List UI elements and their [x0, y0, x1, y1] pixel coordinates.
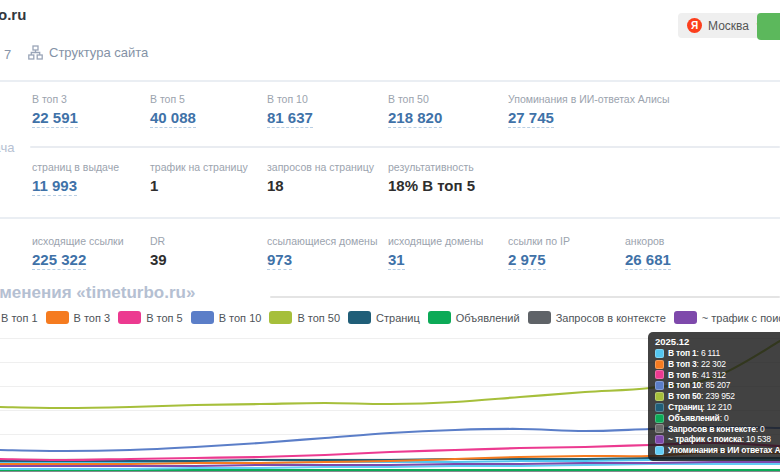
nav-site-structure-label: Структура сайта [49, 45, 148, 60]
stat-anchors: анкоров 26 681 [625, 235, 741, 268]
stat-label: трафик на страницу [150, 161, 266, 173]
stat-value-link[interactable]: 2 975 [508, 251, 624, 268]
yandex-icon: Я [687, 18, 702, 33]
stat-value-link[interactable]: 26 681 [625, 251, 741, 268]
tooltip-swatch [655, 349, 664, 358]
tooltip-row: Упоминания в ИИ ответах Алисы: 25 1 [655, 445, 780, 456]
chart-tooltip: 2025.12 В топ 1: 6 111 В топ 3: 22 302 В… [648, 332, 780, 461]
stat-traffic-per-page: трафик на страницу 1 [150, 161, 266, 194]
legend-swatch [191, 311, 214, 324]
stat-label: результативность [388, 161, 548, 173]
section-title-changes: Изменения «timeturbo.ru» [0, 283, 195, 303]
region-label: Москва [708, 19, 749, 33]
stat-links-by-ip: ссылки по IP 2 975 [508, 235, 624, 268]
tooltip-row: Страниц: 12 210 [655, 402, 780, 413]
tooltip-row: В топ 5: 41 312 [655, 370, 780, 381]
stat-label: исходящие ссылки [32, 235, 148, 247]
stat-label: исходящие домены [388, 235, 504, 247]
legend-swatch [269, 311, 292, 324]
primary-action-button[interactable] [757, 13, 780, 40]
stat-label: страниц в выдаче [32, 161, 148, 173]
section-title-serp: Выдача [0, 140, 15, 155]
tooltip-swatch [655, 360, 664, 369]
stat-top3: В топ 3 22 591 [32, 93, 148, 126]
stat-outgoing-links: исходящие ссылки 225 322 [32, 235, 148, 268]
legend-item-ads[interactable]: Объявлений [428, 311, 520, 324]
tooltip-date: 2025.12 [655, 336, 780, 348]
stat-value-link[interactable]: 218 820 [388, 109, 504, 126]
tooltip-swatch [655, 392, 664, 401]
legend-item-top3[interactable]: В топ 3 [46, 311, 111, 324]
tooltip-swatch [655, 446, 664, 455]
stat-top50: В топ 50 218 820 [388, 93, 504, 126]
stat-top10: В топ 10 81 637 [267, 93, 383, 126]
tooltip-swatch [655, 403, 664, 412]
stat-value-link[interactable]: 973 [267, 251, 383, 268]
stat-value: 18% В топ 5 [388, 177, 548, 194]
stat-label: В топ 5 [150, 93, 266, 105]
tooltip-row: В топ 10: 85 207 [655, 380, 780, 391]
legend-item-top50[interactable]: В топ 50 [269, 311, 340, 324]
stat-label: В топ 3 [32, 93, 148, 105]
stat-dr: DR 39 [150, 235, 266, 268]
stat-label: DR [150, 235, 266, 247]
stat-value: 18 [267, 177, 383, 194]
stat-pages-in-serp: страниц в выдаче 11 993 [32, 161, 148, 194]
tooltip-swatch [655, 381, 664, 390]
legend-item-top1[interactable]: В топ 1 [0, 311, 38, 324]
legend-item-top5[interactable]: В топ 5 [118, 311, 183, 324]
tooltip-swatch [655, 414, 664, 423]
stat-value: 39 [150, 251, 266, 268]
legend-swatch [428, 311, 451, 324]
stat-top5: В топ 5 40 088 [150, 93, 266, 126]
stat-value-link[interactable]: 225 322 [32, 251, 148, 268]
stat-value: 1 [150, 177, 266, 194]
divider [0, 217, 780, 219]
stat-value-link[interactable]: 81 637 [267, 109, 383, 126]
tooltip-swatch [655, 435, 664, 444]
nav-left-fragment[interactable]: 7 [4, 47, 11, 62]
legend-swatch [348, 311, 371, 324]
stat-value-link[interactable]: 40 088 [150, 109, 266, 126]
tooltip-swatch [655, 424, 664, 433]
section-line [270, 296, 780, 298]
stat-alice-mentions: Упоминания в ИИ-ответах Алисы 27 745 [508, 93, 708, 126]
legend-swatch [674, 311, 697, 324]
tooltip-row: ~ трафик с поиска: 10 538 [655, 434, 780, 445]
legend-item-context-queries[interactable]: Запросов в контексте [528, 311, 666, 324]
stat-value-link[interactable]: 11 993 [32, 177, 148, 194]
tooltip-row: Запросов в контексте: 0 [655, 424, 780, 435]
legend-swatch [528, 311, 551, 324]
stat-value-link[interactable]: 27 745 [508, 109, 708, 126]
stat-label: В топ 10 [267, 93, 383, 105]
legend-item-search-traffic[interactable]: ~ трафик с поиска [674, 311, 780, 324]
stat-effectiveness: результативность 18% В топ 5 [388, 161, 548, 194]
tooltip-row: Объявлений: 0 [655, 413, 780, 424]
stat-label: В топ 50 [388, 93, 504, 105]
stat-value-link[interactable]: 31 [388, 251, 504, 268]
tooltip-row: В топ 50: 239 952 [655, 391, 780, 402]
stat-label: ссылки по IP [508, 235, 624, 247]
chart-legend: В топ 1 В топ 3 В топ 5 В топ 10 В топ 5… [0, 311, 780, 324]
divider [0, 80, 780, 82]
tooltip-row: В топ 3: 22 302 [655, 359, 780, 370]
stat-outgoing-domains: исходящие домены 31 [388, 235, 504, 268]
legend-item-top10[interactable]: В топ 10 [191, 311, 262, 324]
tooltip-row: В топ 1: 6 111 [655, 348, 780, 359]
stat-label: Упоминания в ИИ-ответах Алисы [508, 93, 708, 105]
section-line [30, 146, 780, 148]
tooltip-swatch [655, 370, 664, 379]
stat-queries-per-page: запросов на страницу 18 [267, 161, 383, 194]
stat-label: запросов на страницу [267, 161, 383, 173]
site-name: timeturbo.ru [0, 6, 26, 23]
nav-site-structure[interactable]: Структура сайта [28, 45, 148, 60]
legend-swatch [46, 311, 69, 324]
legend-swatch [118, 311, 141, 324]
sitemap-icon [28, 45, 43, 60]
stat-label: анкоров [625, 235, 741, 247]
stat-referring-domains: ссылающиеся домены 973 [267, 235, 383, 268]
legend-item-pages[interactable]: Страниц [348, 311, 420, 324]
stat-value-link[interactable]: 22 591 [32, 109, 148, 126]
stat-label: ссылающиеся домены [267, 235, 383, 247]
